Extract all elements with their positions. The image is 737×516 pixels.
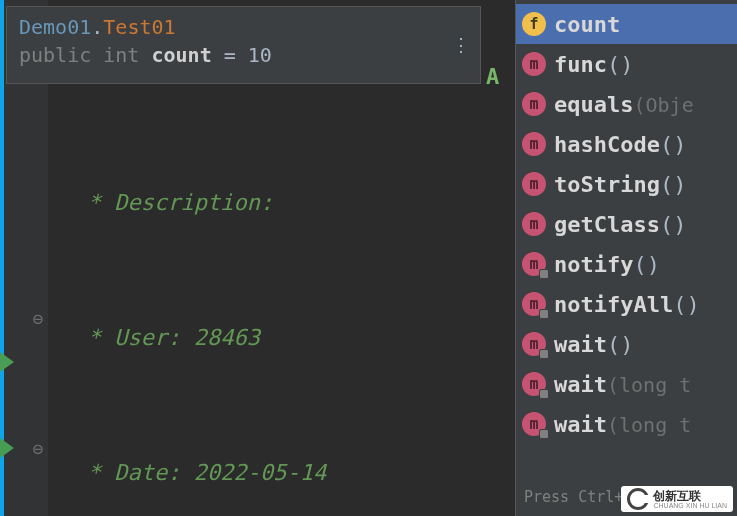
completion-popup[interactable]: fcountmfunc()mequals(ObjemhashCode()mtoS… [515,0,737,516]
completion-label: notify() [554,252,660,277]
completion-label: toString() [554,172,686,197]
quick-doc-tooltip: Demo01.Test01 public int count = 10 ⋮ [6,6,481,84]
completion-item[interactable]: mnotifyAll() [516,284,737,324]
method-icon: m [522,132,546,156]
method-icon: m [522,292,546,316]
method-icon: m [522,92,546,116]
method-icon: m [522,212,546,236]
fold-toggle[interactable]: ⊖ [30,438,46,459]
completion-label: getClass() [554,212,686,237]
completion-item[interactable]: mhashCode() [516,124,737,164]
method-icon: m [522,412,546,436]
completion-label: notifyAll() [554,292,700,317]
watermark-brand: 创新互联 [653,490,727,502]
more-actions-icon[interactable]: ⋮ [452,36,470,54]
method-icon: m [522,172,546,196]
method-icon: m [522,372,546,396]
completion-item[interactable]: mfunc() [516,44,737,84]
lock-icon [539,269,549,279]
completion-item[interactable]: fcount [516,4,737,44]
completion-label: equals(Obje [554,92,694,117]
completion-item[interactable]: mnotify() [516,244,737,284]
completion-label: count [554,12,620,37]
completion-item[interactable]: mtoString() [516,164,737,204]
watermark-logo-icon [627,488,649,510]
fold-toggle[interactable]: ⊖ [30,308,46,329]
lock-icon [539,309,549,319]
field-icon: f [522,12,546,36]
lock-icon [539,429,549,439]
completion-item[interactable]: mequals(Obje [516,84,737,124]
completion-label: wait() [554,332,633,357]
completion-item[interactable]: mwait() [516,324,737,364]
tooltip-signature: public int count = 10 [19,43,468,67]
tooltip-title: Demo01.Test01 [19,15,468,39]
lock-icon [539,349,549,359]
watermark: 创新互联 CHUANG XIN HU LIAN [621,486,733,512]
method-icon: m [522,332,546,356]
lock-icon [539,389,549,399]
run-gutter-icon[interactable] [0,352,14,372]
completion-item[interactable]: mwait(long t [516,364,737,404]
completion-label: func() [554,52,633,77]
watermark-sub: CHUANG XIN HU LIAN [653,502,727,509]
inline-hint: A [486,64,499,89]
completion-item[interactable]: mgetClass() [516,204,737,244]
method-icon: m [522,52,546,76]
completion-label: wait(long t [554,372,691,397]
method-icon: m [522,252,546,276]
completion-label: wait(long t [554,412,691,437]
completion-item[interactable]: mwait(long t [516,404,737,444]
completion-label: hashCode() [554,132,686,157]
run-gutter-icon[interactable] [0,438,14,458]
